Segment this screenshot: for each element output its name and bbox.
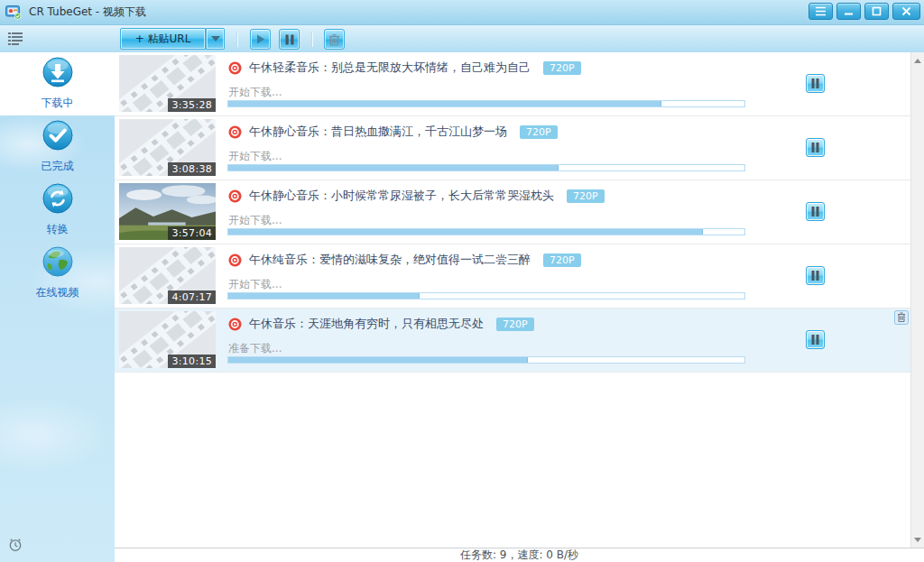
- progress-bar: [227, 164, 745, 171]
- duration-badge: 3:57:04: [168, 226, 216, 240]
- pause-icon: [811, 78, 819, 88]
- scrollbar[interactable]: [910, 52, 924, 548]
- video-source-icon: [228, 125, 242, 139]
- sidebar-items: 下载中 已完成 转换 在线视频: [0, 52, 115, 305]
- download-list: 3:35:28 午休轻柔音乐：别总是无限放大坏情绪，自己难为自己 720P 开始…: [115, 52, 911, 548]
- paste-url-dropdown-button[interactable]: [206, 28, 225, 50]
- paste-url-group: + 粘贴URL: [120, 28, 225, 50]
- progress-fill: [228, 293, 420, 299]
- sidebar-item-convert[interactable]: 转换: [0, 179, 115, 242]
- statusbar: 任务数: 9，速度: 0 B/秒: [115, 548, 924, 562]
- video-thumbnail: 3:08:38: [119, 119, 216, 176]
- globe-icon: [42, 246, 73, 281]
- download-status: 开始下载...: [228, 85, 282, 100]
- progress-bar: [227, 228, 745, 235]
- sidebar-item-completed[interactable]: 已完成: [0, 115, 115, 179]
- pause-icon: [811, 143, 819, 152]
- video-source-icon: [228, 61, 242, 75]
- check-icon: [42, 120, 73, 154]
- progress-bar: [227, 356, 745, 364]
- quality-badge: 720P: [496, 318, 534, 331]
- progress-bar: [227, 292, 745, 299]
- scroll-up-icon[interactable]: [911, 54, 924, 67]
- app-window: CR TubeGet - 视频下载: [0, 0, 924, 562]
- download-row[interactable]: 4:07:17 午休纯音乐：爱情的滋味复杂，绝对值得一试二尝三醉 720P 开始…: [115, 244, 911, 309]
- pause-button[interactable]: [806, 74, 825, 93]
- video-source-icon: [228, 189, 242, 203]
- scroll-down-icon[interactable]: [911, 533, 924, 546]
- duration-badge: 3:35:28: [168, 98, 216, 112]
- window-menu-button[interactable]: [808, 3, 833, 20]
- progress-fill: [228, 229, 703, 235]
- video-title: 午休纯音乐：爱情的滋味复杂，绝对值得一试二尝三醉: [249, 252, 531, 268]
- paste-url-button[interactable]: + 粘贴URL: [120, 28, 206, 50]
- progress-fill: [228, 357, 528, 363]
- pause-icon: [285, 34, 294, 45]
- download-row[interactable]: 3:10:15 午休音乐：天涯地角有穷时，只有相思无尽处 720P 准备下载..…: [115, 309, 911, 373]
- toolbar: + 粘贴URL: [0, 25, 924, 53]
- download-row[interactable]: 3:35:28 午休轻柔音乐：别总是无限放大坏情绪，自己难为自己 720P 开始…: [115, 52, 911, 116]
- close-button[interactable]: [892, 3, 920, 20]
- download-status: 开始下载...: [228, 149, 282, 164]
- pause-all-button[interactable]: [279, 29, 300, 50]
- quality-badge: 720P: [520, 125, 558, 139]
- titlebar: CR TubeGet - 视频下载: [0, 0, 924, 25]
- duration-badge: 3:08:38: [168, 162, 216, 176]
- video-thumbnail: 3:35:28: [119, 55, 216, 112]
- progress-fill: [228, 165, 559, 170]
- history-clock-icon[interactable]: [8, 538, 23, 555]
- video-source-icon: [228, 253, 242, 267]
- delete-icon[interactable]: [894, 310, 909, 328]
- pause-button[interactable]: [806, 266, 825, 285]
- video-thumbnail: 3:57:04: [119, 183, 216, 240]
- pause-button[interactable]: [806, 138, 825, 157]
- video-thumbnail: 4:07:17: [119, 247, 216, 304]
- pause-icon: [811, 207, 819, 217]
- app-logo-icon: [5, 5, 22, 20]
- sidebar-item-online-video[interactable]: 在线视频: [0, 242, 115, 305]
- video-title: 午休静心音乐：小时候常常尿湿被子，长大后常常哭湿枕头: [249, 188, 554, 204]
- toolbar-separator: [311, 32, 312, 47]
- quality-badge: 720P: [567, 189, 605, 203]
- pause-icon: [811, 271, 819, 281]
- minimize-button[interactable]: [836, 3, 861, 20]
- trash-icon: [328, 33, 340, 46]
- download-status: 开始下载...: [228, 213, 282, 228]
- download-status: 准备下载...: [228, 341, 282, 356]
- download-icon: [42, 57, 73, 91]
- maximize-button[interactable]: [864, 3, 889, 20]
- duration-badge: 4:07:17: [168, 290, 216, 304]
- video-source-icon: [228, 318, 242, 331]
- start-all-button[interactable]: [250, 29, 271, 50]
- video-title: 午休静心音乐：昔日热血撒满江，千古江山梦一场: [249, 124, 507, 140]
- chevron-down-icon: [211, 36, 220, 41]
- task-list-icon[interactable]: [8, 32, 23, 50]
- pause-icon: [811, 335, 819, 345]
- sidebar-item-downloading[interactable]: 下载中: [0, 52, 115, 115]
- sidebar: 下载中 已完成 转换 在线视频: [0, 52, 115, 562]
- video-title: 午休轻柔音乐：别总是无限放大坏情绪，自己难为自己: [249, 60, 531, 76]
- download-row[interactable]: 3:08:38 午休静心音乐：昔日热血撒满江，千古江山梦一场 720P 开始下载…: [115, 116, 911, 180]
- download-status: 开始下载...: [228, 277, 282, 292]
- duration-badge: 3:10:15: [168, 355, 216, 368]
- quality-badge: 720P: [543, 253, 581, 267]
- convert-icon: [42, 183, 73, 217]
- download-row[interactable]: 3:57:04 午休静心音乐：小时候常常尿湿被子，长大后常常哭湿枕头 720P …: [115, 180, 911, 244]
- pause-button[interactable]: [806, 330, 825, 349]
- video-thumbnail: 3:10:15: [119, 311, 216, 368]
- delete-all-button[interactable]: [324, 29, 345, 50]
- window-controls: [808, 3, 920, 20]
- toolbar-separator: [236, 32, 237, 47]
- pause-button[interactable]: [806, 202, 825, 221]
- video-title: 午休音乐：天涯地角有穷时，只有相思无尽处: [249, 316, 484, 332]
- window-title: CR TubeGet - 视频下载: [29, 5, 146, 20]
- progress-fill: [228, 101, 661, 106]
- quality-badge: 720P: [543, 61, 581, 75]
- play-icon: [254, 33, 266, 45]
- progress-bar: [227, 100, 745, 107]
